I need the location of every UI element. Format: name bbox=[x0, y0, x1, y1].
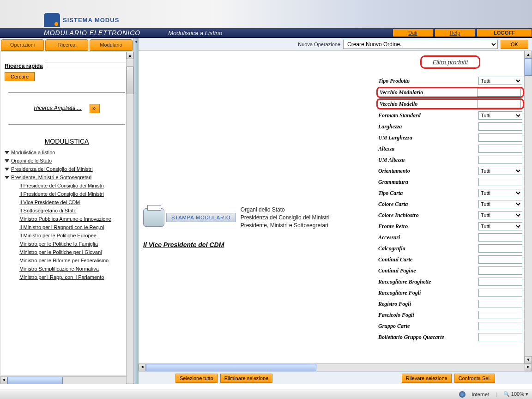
tree-subitem[interactable]: Ministro per le Riforme per Federalismo bbox=[19, 258, 129, 263]
scroll-down-icon[interactable]: ▼ bbox=[525, 356, 532, 363]
splitter[interactable] bbox=[134, 38, 139, 384]
filter-select[interactable]: Tutti bbox=[478, 189, 522, 197]
filter-select[interactable]: Tutti bbox=[478, 167, 522, 175]
tree-item[interactable]: Modulistica a listino bbox=[5, 150, 129, 155]
filter-input[interactable] bbox=[478, 278, 522, 286]
tree-link[interactable]: Ministro per i Rapp. con il Parlamento bbox=[19, 274, 104, 280]
main-vscroll[interactable]: ▲ ▼ bbox=[524, 51, 532, 363]
tree-subitem[interactable]: Il Ministro per i Rapporti con le Reg.ni bbox=[19, 224, 129, 230]
filter-row: Raccoglitore Fogli bbox=[378, 287, 522, 298]
tab-operazioni[interactable]: Operazioni bbox=[1, 39, 44, 51]
filter-input[interactable] bbox=[478, 255, 522, 264]
tree-link[interactable]: Ministro Semplificazione Normativa bbox=[19, 266, 99, 272]
tab-modulario[interactable]: Modulario bbox=[90, 39, 133, 51]
tree-link[interactable]: Ministro per le Politiche per i Giovani bbox=[19, 249, 102, 255]
tree-link[interactable]: Il Ministro per le Politiche Europee bbox=[19, 233, 97, 238]
zoom-label[interactable]: 🔍 100% ▾ bbox=[503, 391, 528, 397]
sidebar-vscroll[interactable]: ▲ bbox=[126, 52, 133, 383]
page-subtitle: Modulistica a Listino bbox=[168, 30, 222, 36]
tree-subitem[interactable]: Ministro Semplificazione Normativa bbox=[19, 266, 129, 272]
filter-select[interactable]: Tutti bbox=[478, 211, 522, 219]
tree-link[interactable]: Il Presidente del Consiglio dei Ministri bbox=[19, 183, 104, 188]
scroll-thumb[interactable] bbox=[146, 364, 316, 371]
select-all-button[interactable]: Selezione tutto bbox=[175, 374, 218, 383]
print-block[interactable]: STAMPA MODULARIO bbox=[143, 208, 236, 227]
advanced-search-go-icon[interactable] bbox=[90, 104, 100, 113]
tree-item[interactable]: Presidente, Ministri e Sottosegretari bbox=[5, 175, 129, 180]
ok-button[interactable]: OK bbox=[501, 40, 528, 49]
tree-item[interactable]: Organi dello Stato bbox=[5, 158, 129, 163]
scroll-up-icon[interactable]: ▲ bbox=[525, 51, 532, 58]
quick-search-input[interactable] bbox=[45, 62, 129, 70]
filter-label: Colore Carta bbox=[378, 201, 478, 208]
search-button[interactable]: Cercare bbox=[5, 72, 35, 81]
filter-input[interactable] bbox=[478, 322, 522, 330]
filter-input[interactable] bbox=[478, 233, 522, 242]
sidebar-hscroll[interactable]: ◄ ► bbox=[0, 376, 133, 384]
compare-button[interactable]: Confronta Sel. bbox=[454, 374, 495, 383]
filter-row: Larghezza bbox=[378, 121, 522, 132]
tree-link[interactable]: Il Presidente del Consiglio dei Ministri bbox=[19, 191, 104, 197]
tree-subitem[interactable]: Il Vice Presidente del CDM bbox=[19, 200, 129, 205]
tree-link[interactable]: Organi dello Stato bbox=[11, 158, 52, 163]
tree-subitem[interactable]: Ministro per le Politiche per i Giovani bbox=[19, 249, 129, 255]
filter-input[interactable] bbox=[478, 145, 522, 153]
tree-subitem[interactable]: Il Sottosegretario di Stato bbox=[19, 208, 129, 213]
expand-icon bbox=[5, 176, 9, 179]
scroll-left-icon[interactable]: ◄ bbox=[139, 364, 146, 371]
brand-text: SISTEMA MODUS bbox=[63, 17, 119, 24]
tree-link[interactable]: Presidente, Ministri e Sottosegretari bbox=[11, 175, 91, 180]
scroll-thumb[interactable] bbox=[7, 377, 63, 384]
tree-item[interactable]: Presidenza del Consiglio dei Ministri bbox=[5, 166, 129, 172]
get-selection-button[interactable]: Rilevare selezione bbox=[402, 374, 452, 383]
link-logoff[interactable]: LOGOFF bbox=[477, 29, 532, 37]
filter-input[interactable] bbox=[478, 300, 522, 308]
filter-input[interactable] bbox=[478, 122, 522, 131]
filter-input[interactable] bbox=[478, 133, 522, 142]
filter-select[interactable]: Tutti bbox=[478, 111, 522, 120]
filter-input[interactable] bbox=[478, 289, 522, 297]
filter-select[interactable]: Tutti bbox=[478, 77, 522, 85]
scroll-thumb[interactable] bbox=[127, 66, 133, 94]
tree-subitem[interactable]: Ministro per i Rapp. con il Parlamento bbox=[19, 274, 129, 280]
filter-input[interactable] bbox=[478, 156, 522, 164]
advanced-search-link[interactable]: Ricerca Ampliata.... bbox=[34, 105, 82, 111]
tree-link[interactable]: Il Vice Presidente del CDM bbox=[19, 200, 80, 205]
clear-selection-button[interactable]: Eliminare selezione bbox=[220, 374, 272, 383]
tree-link[interactable]: Il Sottosegretario di Stato bbox=[19, 208, 77, 213]
tree-subitem[interactable]: Ministro per le Politiche la Famiglia bbox=[19, 241, 129, 247]
main-hscroll[interactable]: ◄ ► bbox=[139, 363, 532, 371]
filter-input[interactable] bbox=[478, 178, 522, 186]
tree-link[interactable]: Ministro per le Politiche la Famiglia bbox=[19, 241, 98, 247]
link-help[interactable]: Help bbox=[435, 29, 475, 37]
filter-label: Fronte Retro bbox=[378, 223, 478, 230]
tree-subitem[interactable]: Il Presidente del Consiglio dei Ministri bbox=[19, 183, 129, 188]
filter-select[interactable]: Tutti bbox=[478, 222, 522, 230]
tab-ricerca[interactable]: Ricerca bbox=[45, 39, 88, 51]
scroll-thumb[interactable] bbox=[525, 58, 532, 76]
filter-input[interactable] bbox=[477, 88, 521, 97]
scroll-right-icon[interactable]: ► bbox=[525, 364, 532, 371]
tree-subitem[interactable]: Ministro Pubblica Amm.ne e Innovazione bbox=[19, 216, 129, 222]
operation-bar: Nuova Operazione Creare Nuovo Ordine. OK bbox=[139, 38, 532, 51]
tree-link[interactable]: Presidenza del Consiglio dei Ministri bbox=[11, 166, 93, 172]
filter-input[interactable] bbox=[478, 244, 522, 253]
filter-select[interactable]: Tutti bbox=[478, 200, 522, 208]
filter-input[interactable] bbox=[477, 100, 521, 108]
tree-link[interactable]: Il Ministro per i Rapporti con le Reg.ni bbox=[19, 224, 104, 230]
filter-input[interactable] bbox=[478, 266, 522, 275]
operation-select[interactable]: Creare Nuovo Ordine. bbox=[343, 40, 498, 49]
scroll-left-icon[interactable]: ◄ bbox=[0, 377, 7, 384]
filter-heading-box: Filtro prodotti bbox=[420, 55, 480, 69]
tree-link[interactable]: Ministro per le Riforme per Federalismo bbox=[19, 258, 109, 263]
tree-link[interactable]: Ministro Pubblica Amm.ne e Innovazione bbox=[19, 216, 111, 222]
tree-subitem[interactable]: Il Ministro per le Politiche Europee bbox=[19, 233, 129, 238]
tree-link[interactable]: Modulistica a listino bbox=[11, 150, 55, 155]
filter-heading-link[interactable]: Filtro prodotti bbox=[433, 59, 468, 66]
filter-input[interactable] bbox=[478, 311, 522, 319]
filter-input[interactable] bbox=[478, 333, 522, 341]
sidebar: Operazioni Ricerca Modulario Ricerca rap… bbox=[0, 38, 134, 384]
tree-subitem[interactable]: Il Presidente del Consiglio dei Ministri bbox=[19, 191, 129, 197]
link-dati[interactable]: Dati bbox=[393, 29, 433, 37]
scroll-up-icon[interactable]: ▲ bbox=[127, 52, 133, 59]
